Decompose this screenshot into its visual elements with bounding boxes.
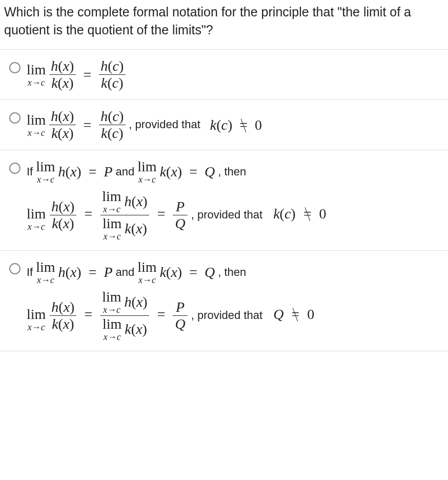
option-c[interactable]: If lim x→c h(x) = P and lim x→c k(x) = Q… (0, 150, 448, 251)
question-text: Which is the complete formal notation fo… (0, 0, 448, 49)
option-c-body: If lim x→c h(x) = P and lim x→c k(x) = Q… (27, 159, 444, 241)
option-b-body: lim x→c h(x) k(x) = h(c) k(c) , provided… (27, 109, 444, 141)
option-d-body: If lim x→c h(x) = P and lim x→c k(x) = Q… (27, 260, 444, 342)
options-list: lim x→c h(x) k(x) = h(c) k(c) lim (0, 49, 448, 351)
option-b[interactable]: lim x→c h(x) k(x) = h(c) k(c) , provided… (0, 100, 448, 150)
option-d[interactable]: If lim x→c h(x) = P and lim x→c k(x) = Q… (0, 251, 448, 351)
radio-icon[interactable] (9, 163, 21, 174)
radio-icon[interactable] (9, 263, 21, 274)
option-a[interactable]: lim x→c h(x) k(x) = h(c) k(c) (0, 50, 448, 100)
option-a-body: lim x→c h(x) k(x) = h(c) k(c) (27, 59, 444, 90)
radio-icon[interactable] (9, 112, 21, 124)
radio-icon[interactable] (9, 62, 21, 73)
